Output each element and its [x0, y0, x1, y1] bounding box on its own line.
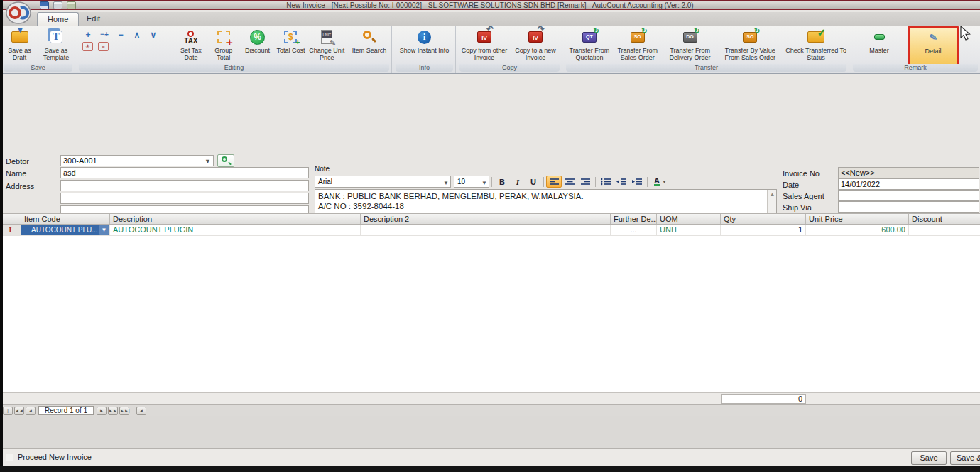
col-item-code[interactable]: Item Code — [21, 214, 110, 224]
tab-home[interactable]: Home — [37, 12, 79, 26]
delivery-order-icon: DO↻ — [683, 28, 697, 45]
bold-button[interactable]: B — [494, 176, 510, 188]
item-code-cell[interactable]: AUTOCOUNT PLU... ▼ — [21, 225, 110, 235]
save-button[interactable]: Save — [911, 451, 947, 465]
address-line-2-field[interactable] — [60, 193, 309, 204]
transfer-from-delivery-order-button[interactable]: DO↻ Transfer From Delivery Order — [663, 27, 717, 64]
col-unit-price[interactable]: Unit Price — [806, 214, 909, 224]
debtor-search-button[interactable] — [217, 154, 234, 167]
discount-button[interactable]: % Discount — [240, 27, 276, 64]
ribbon-group-info: i Show Instant Info Info — [393, 26, 456, 73]
row-edit-toolbar: + ≡+ − ∧ ∨ ✳ ≡ — [77, 27, 165, 51]
nav-prev-icon[interactable]: ◄ — [26, 407, 36, 415]
col-qty[interactable]: Qty — [721, 214, 806, 224]
quotation-icon: QT↻ — [582, 28, 597, 45]
group-total-button[interactable]: + Group Total — [207, 27, 240, 64]
check-transferred-status-button[interactable]: ✓ Check Transferred To Status — [783, 27, 849, 64]
name-field[interactable]: asd — [60, 167, 309, 178]
proceed-new-invoice-checkbox[interactable] — [6, 454, 13, 461]
grid-row-1: I AUTOCOUNT PLU... ▼ AUTOCOUNT PLUGIN ..… — [0, 225, 980, 236]
copy-to-new-invoice-button[interactable]: IV↷ Copy to a new Invoice — [510, 27, 561, 64]
copy-from-invoice-icon: IV↶ — [477, 28, 491, 45]
align-left-button[interactable] — [546, 176, 562, 188]
save-icon[interactable] — [40, 1, 49, 9]
move-up-icon[interactable]: ∧ — [131, 30, 143, 40]
unit-price-cell[interactable]: 600.00 — [806, 225, 909, 235]
move-down-icon[interactable]: ∨ — [148, 30, 159, 40]
grid-empty-area — [0, 236, 980, 392]
nav-last-icon[interactable]: ►►| — [119, 407, 129, 415]
show-instant-info-button[interactable]: i Show Instant Info — [396, 27, 453, 64]
debtor-combo[interactable]: 300-A001▼ — [60, 155, 214, 166]
font-family-combo[interactable]: Arial▼ — [315, 176, 451, 188]
qty-cell[interactable]: 1 — [721, 225, 806, 235]
underline-button[interactable]: U — [526, 176, 541, 188]
bullet-list-button[interactable] — [598, 176, 614, 188]
transfer-by-value-button[interactable]: SO↻ Transfer By Value From Sales Order — [717, 27, 783, 64]
col-description[interactable]: Description — [110, 214, 361, 224]
discount-cell[interactable] — [909, 225, 980, 235]
window-title: New Invoice - [Next Possible No: I-00000… — [286, 1, 693, 9]
col-discount[interactable]: Discount — [909, 214, 980, 224]
description-2-cell[interactable] — [361, 225, 611, 235]
add-row-icon[interactable]: + — [82, 30, 94, 40]
note-line-2: A/C NO : 3592-8044-18 — [318, 201, 765, 211]
date-field[interactable]: 14/01/2022 — [838, 178, 979, 190]
decrease-indent-icon — [616, 178, 626, 186]
delete-row-icon[interactable]: − — [115, 30, 126, 40]
note-label: Note — [315, 165, 330, 173]
decrease-indent-button[interactable] — [614, 176, 629, 188]
nav-edit-icon[interactable]: ◄ — [136, 407, 146, 415]
grid-corner-cell — [0, 214, 21, 224]
copy-from-invoice-button[interactable]: IV↶ Copy from other Invoice — [459, 27, 510, 64]
col-uom[interactable]: UOM — [657, 214, 721, 224]
address-line-1-field[interactable] — [60, 180, 309, 191]
font-color-button[interactable]: A ▼ — [650, 176, 671, 188]
autocount-logo-icon[interactable] — [6, 1, 31, 24]
item-search-button[interactable]: Item Search — [347, 27, 391, 64]
print-icon[interactable] — [67, 1, 76, 9]
font-size-combo[interactable]: 10▼ — [454, 176, 489, 188]
uom-cell[interactable]: UNIT — [657, 225, 721, 235]
debtor-label: Debtor — [6, 157, 29, 166]
transfer-from-quotation-button[interactable]: QT↻ Transfer From Quotation — [567, 27, 612, 64]
nav-next-icon[interactable]: ► — [97, 407, 107, 415]
screen-edge-left — [0, 0, 3, 472]
increase-indent-button[interactable] — [629, 176, 645, 188]
further-detail-cell[interactable]: ... — [611, 225, 657, 235]
note-line-1: BANK : PUBLIC BANK BERHAD, MENGLEMBU, PE… — [318, 191, 765, 201]
tab-edit[interactable]: Edit — [77, 12, 110, 26]
group-label-save: Save — [4, 64, 72, 72]
save-as-draft-button[interactable]: ▼ Save as Draft — [1, 27, 38, 64]
insert-row-icon[interactable]: ≡+ — [99, 30, 110, 40]
align-right-button[interactable] — [577, 176, 593, 188]
scroll-up-icon[interactable]: ▲ — [768, 190, 777, 199]
transfer-from-sales-order-button[interactable]: SO↻ Transfer From Sales Order — [612, 27, 663, 64]
total-cost-button[interactable]: $+ Total Cost — [276, 27, 307, 64]
save-and-button[interactable]: Save & P — [950, 451, 980, 465]
invoice-no-field[interactable]: <<New>> — [838, 167, 979, 178]
item-search-icon — [362, 28, 376, 45]
nav-next-page-icon[interactable]: ►► — [108, 407, 118, 415]
description-cell[interactable]: AUTOCOUNT PLUGIN — [110, 225, 361, 235]
nav-first-icon[interactable]: |◄◄ — [3, 407, 13, 415]
col-description-2[interactable]: Description 2 — [361, 214, 611, 224]
select-range-icon[interactable]: ✳ — [82, 42, 93, 51]
align-center-button[interactable] — [562, 176, 577, 188]
item-code-dropdown-icon[interactable]: ▼ — [99, 225, 109, 235]
italic-button[interactable]: I — [510, 176, 526, 188]
nav-prev-page-icon[interactable]: ◄◄ — [14, 407, 24, 415]
ship-via-field[interactable] — [838, 201, 979, 213]
mouse-cursor — [960, 26, 971, 41]
preview-icon[interactable] — [53, 1, 62, 9]
master-remark-button[interactable]: Master — [858, 27, 900, 64]
save-as-template-button[interactable]: T Save as Template — [38, 27, 75, 64]
change-unit-price-button[interactable]: UNIT✎ Change Unit Price — [306, 27, 347, 64]
sales-order-icon: SO↻ — [631, 28, 645, 45]
name-label: Name — [6, 169, 26, 178]
renumber-icon[interactable]: ≡ — [98, 42, 109, 51]
sales-agent-field[interactable] — [838, 190, 979, 201]
col-further-detail[interactable]: Further De... — [611, 214, 657, 224]
detail-remark-button[interactable]: ✎ Detail — [908, 26, 959, 67]
set-tax-date-button[interactable]: TAX Set Tax Date — [175, 27, 207, 64]
